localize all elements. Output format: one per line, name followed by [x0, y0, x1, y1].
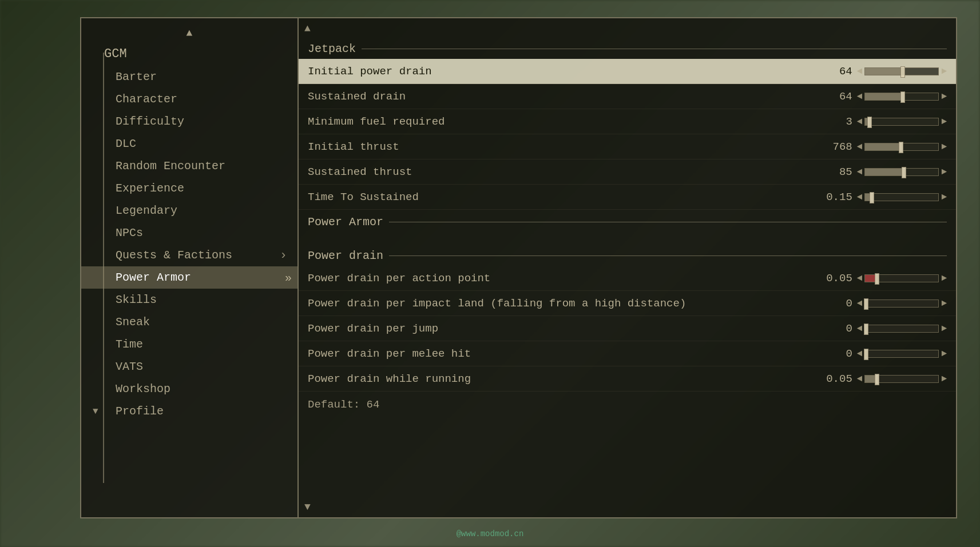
setting-row-drain-per-action-point[interactable]: Power drain per action point0.05◄►: [299, 266, 956, 291]
slider-drain-per-melee-hit[interactable]: ◄►: [857, 349, 947, 359]
slider-drain-per-jump[interactable]: ◄►: [857, 324, 947, 334]
sidebar-item-dlc[interactable]: DLC: [81, 133, 297, 155]
slider-track-sustained-drain[interactable]: [864, 93, 939, 101]
sidebar-item-character[interactable]: Character: [81, 88, 297, 110]
sidebar-item-profile[interactable]: ▼ Profile: [81, 400, 297, 422]
sidebar-item-sneak[interactable]: Sneak: [81, 311, 297, 333]
slider-right-arrow-drain-per-impact-land[interactable]: ►: [941, 298, 947, 309]
slider-track-drain-while-running[interactable]: [864, 375, 939, 383]
section-spacer-power-armor: [299, 232, 956, 243]
setting-row-sustained-thrust[interactable]: Sustained thrust85◄►: [299, 159, 956, 185]
section-header-jetpack: Jetpack: [299, 37, 956, 59]
slider-sustained-thrust[interactable]: ◄►: [857, 167, 947, 177]
slider-right-arrow-time-to-sustained[interactable]: ►: [941, 192, 947, 202]
setting-name-drain-per-action-point: Power drain per action point: [308, 272, 818, 285]
slider-initial-thrust[interactable]: ◄►: [857, 142, 947, 152]
slider-thumb-initial-power-drain[interactable]: [900, 66, 905, 78]
left-scroll-up[interactable]: ▲: [81, 24, 297, 42]
setting-value-initial-power-drain: 64: [818, 65, 852, 78]
setting-row-sustained-drain[interactable]: Sustained drain64◄►: [299, 84, 956, 109]
slider-right-arrow-initial-power-drain[interactable]: ►: [941, 66, 947, 77]
slider-fill-initial-thrust: [865, 143, 900, 150]
slider-initial-power-drain[interactable]: ◄►: [857, 66, 947, 77]
slider-right-arrow-drain-while-running[interactable]: ►: [941, 374, 947, 384]
slider-left-arrow-drain-per-action-point[interactable]: ◄: [857, 273, 863, 284]
slider-drain-per-impact-land[interactable]: ◄►: [857, 298, 947, 309]
setting-row-initial-thrust[interactable]: Initial thrust768◄►: [299, 134, 956, 159]
section-header-power-armor: Power Armor: [299, 210, 956, 232]
slider-left-arrow-drain-per-melee-hit[interactable]: ◄: [857, 349, 863, 359]
setting-name-initial-thrust: Initial thrust: [308, 141, 818, 153]
sidebar-item-legendary[interactable]: Legendary: [81, 199, 297, 222]
slider-sustained-drain[interactable]: ◄►: [857, 91, 947, 102]
slider-thumb-drain-per-jump[interactable]: [864, 324, 868, 335]
slider-left-arrow-initial-power-drain[interactable]: ◄: [857, 66, 863, 77]
setting-row-initial-power-drain[interactable]: Initial power drain64◄►: [299, 59, 956, 84]
sidebar-item-skills[interactable]: Skills: [81, 289, 297, 311]
sidebar-item-difficulty[interactable]: Difficulty: [81, 110, 297, 133]
slider-left-arrow-sustained-drain[interactable]: ◄: [857, 91, 863, 102]
slider-thumb-minimum-fuel[interactable]: [867, 117, 872, 128]
setting-row-time-to-sustained[interactable]: Time To Sustained0.15◄►: [299, 185, 956, 210]
sidebar-item-experience[interactable]: Experience: [81, 177, 297, 199]
setting-name-drain-per-jump: Power drain per jump: [308, 322, 818, 335]
setting-name-initial-power-drain: Initial power drain: [308, 65, 818, 78]
slider-thumb-drain-per-action-point[interactable]: [875, 273, 879, 285]
setting-value-drain-while-running: 0.05: [818, 373, 852, 385]
slider-track-initial-power-drain[interactable]: [864, 67, 939, 75]
sidebar-item-vats[interactable]: VATS: [81, 356, 297, 378]
slider-right-arrow-minimum-fuel[interactable]: ►: [941, 117, 947, 127]
right-scroll-down[interactable]: ▼: [299, 499, 956, 517]
slider-left-arrow-time-to-sustained[interactable]: ◄: [857, 192, 863, 202]
setting-row-drain-per-melee-hit[interactable]: Power drain per melee hit0◄►: [299, 341, 956, 366]
profile-label: Profile: [116, 405, 164, 418]
slider-time-to-sustained[interactable]: ◄►: [857, 192, 947, 202]
slider-right-arrow-drain-per-action-point[interactable]: ►: [941, 273, 947, 284]
setting-row-minimum-fuel[interactable]: Minimum fuel required3◄►: [299, 109, 956, 134]
sidebar-item-power-armor[interactable]: Power Armor: [81, 266, 297, 289]
slider-drain-per-action-point[interactable]: ◄►: [857, 273, 947, 284]
slider-right-arrow-initial-thrust[interactable]: ►: [941, 142, 947, 152]
slider-thumb-time-to-sustained[interactable]: [870, 192, 874, 203]
setting-row-drain-per-jump[interactable]: Power drain per jump0◄►: [299, 316, 956, 341]
slider-track-drain-per-impact-land[interactable]: [864, 300, 939, 308]
slider-left-arrow-initial-thrust[interactable]: ◄: [857, 142, 863, 152]
slider-track-drain-per-jump[interactable]: [864, 325, 939, 333]
slider-left-arrow-drain-per-impact-land[interactable]: ◄: [857, 298, 863, 309]
slider-track-time-to-sustained[interactable]: [864, 193, 939, 201]
slider-track-initial-thrust[interactable]: [864, 143, 939, 151]
setting-row-drain-per-impact-land[interactable]: Power drain per impact land (falling fro…: [299, 291, 956, 316]
section-divider-power-armor: [389, 222, 947, 222]
slider-left-arrow-drain-per-jump[interactable]: ◄: [857, 324, 863, 334]
slider-drain-while-running[interactable]: ◄►: [857, 374, 947, 384]
slider-fill-sustained-drain: [865, 93, 902, 100]
slider-right-arrow-sustained-drain[interactable]: ►: [941, 91, 947, 102]
sidebar-item-npcs[interactable]: NPCs: [81, 222, 297, 244]
slider-track-minimum-fuel[interactable]: [864, 118, 939, 126]
slider-right-arrow-drain-per-melee-hit[interactable]: ►: [941, 349, 947, 359]
slider-left-arrow-sustained-thrust[interactable]: ◄: [857, 167, 863, 177]
slider-thumb-drain-per-melee-hit[interactable]: [864, 349, 868, 360]
slider-minimum-fuel[interactable]: ◄►: [857, 117, 947, 127]
right-scroll-up[interactable]: ▲: [299, 18, 956, 37]
slider-track-drain-per-melee-hit[interactable]: [864, 350, 939, 358]
sidebar-item-barter[interactable]: Barter: [81, 66, 297, 88]
slider-right-arrow-sustained-thrust[interactable]: ►: [941, 167, 947, 177]
sidebar-item-quests-factions[interactable]: Quests & Factions: [81, 244, 297, 266]
slider-track-sustained-thrust[interactable]: [864, 168, 939, 176]
slider-thumb-drain-per-impact-land[interactable]: [864, 298, 868, 310]
slider-track-drain-per-action-point[interactable]: [864, 274, 939, 282]
slider-right-arrow-drain-per-jump[interactable]: ►: [941, 324, 947, 334]
slider-left-arrow-drain-while-running[interactable]: ◄: [857, 374, 863, 384]
slider-thumb-drain-while-running[interactable]: [875, 374, 879, 385]
setting-value-sustained-thrust: 85: [818, 166, 852, 178]
slider-thumb-sustained-thrust[interactable]: [902, 167, 906, 178]
sidebar-item-random-encounter[interactable]: Random Encounter: [81, 155, 297, 177]
sidebar-item-time[interactable]: Time: [81, 333, 297, 356]
sidebar-item-workshop[interactable]: Workshop: [81, 378, 297, 400]
slider-thumb-sustained-drain[interactable]: [900, 91, 905, 103]
slider-left-arrow-minimum-fuel[interactable]: ◄: [857, 117, 863, 127]
setting-row-drain-while-running[interactable]: Power drain while running0.05◄►: [299, 366, 956, 392]
setting-name-drain-per-impact-land: Power drain per impact land (falling fro…: [308, 297, 818, 310]
slider-thumb-initial-thrust[interactable]: [899, 142, 903, 153]
